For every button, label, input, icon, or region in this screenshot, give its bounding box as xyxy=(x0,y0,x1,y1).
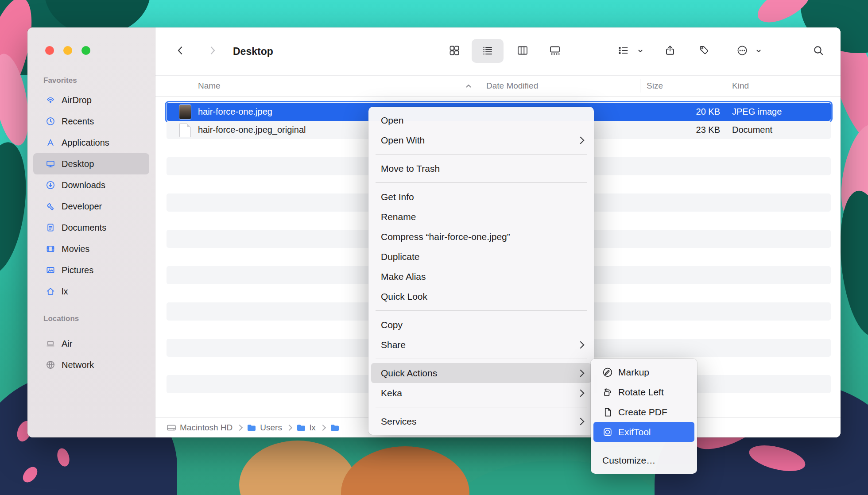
sidebar-item-pictures[interactable]: Pictures xyxy=(33,259,149,281)
context-menu-item-get-info[interactable]: Get Info xyxy=(371,187,591,207)
exiftool-icon xyxy=(602,427,613,437)
column-header-date-modified[interactable]: Date Modified xyxy=(486,76,538,96)
submenu-item-label: Rotate Left xyxy=(618,387,664,398)
path-item-lx[interactable]: lx xyxy=(296,423,316,433)
column-view-button[interactable] xyxy=(517,45,528,56)
forward-button[interactable] xyxy=(207,45,218,56)
context-menu-item-duplicate[interactable]: Duplicate xyxy=(371,247,591,267)
sidebar-item-label: Downloads xyxy=(62,180,105,190)
window-title: Desktop xyxy=(233,27,273,75)
menu-separator xyxy=(376,310,587,311)
submenu-item-label: Create PDF xyxy=(618,407,667,418)
sidebar: Favorites AirDrop Recents xyxy=(27,27,155,437)
menu-item-label: Duplicate xyxy=(381,251,583,262)
menu-separator xyxy=(376,154,587,155)
sidebar-item-home[interactable]: lx xyxy=(33,281,149,302)
zoom-button[interactable] xyxy=(81,46,90,55)
sidebar-item-developer[interactable]: Developer xyxy=(33,196,149,217)
context-menu-item-open-with[interactable]: Open With xyxy=(371,130,591,150)
menu-item-label: Get Info xyxy=(381,192,583,202)
search-icon[interactable] xyxy=(813,45,824,56)
sidebar-item-airdrop[interactable]: AirDrop xyxy=(33,89,149,111)
sidebar-item-desktop[interactable]: Desktop xyxy=(33,153,149,174)
menu-item-label: Services xyxy=(381,416,578,427)
context-menu-item-quick-look[interactable]: Quick Look xyxy=(371,286,591,306)
file-name: hair-force-one.jpeg xyxy=(198,107,272,117)
sidebar-item-label: AirDrop xyxy=(62,95,92,105)
context-menu-item-make-alias[interactable]: Make Alias xyxy=(371,267,591,286)
column-header-kind[interactable]: Kind xyxy=(732,76,749,96)
path-item-folder[interactable] xyxy=(330,424,340,432)
create-pdf-icon xyxy=(602,407,613,418)
submenu-chevron-icon xyxy=(577,136,585,144)
gallery-view-button[interactable] xyxy=(549,45,561,56)
airdrop-icon xyxy=(46,95,55,105)
list-view-button[interactable] xyxy=(482,45,493,56)
path-chevron-icon xyxy=(236,425,243,431)
column-divider xyxy=(482,79,482,93)
context-menu-item-open[interactable]: Open xyxy=(371,110,591,130)
sidebar-item-documents[interactable]: Documents xyxy=(33,217,149,238)
menu-item-label: Quick Look xyxy=(381,291,583,302)
context-menu-item-compress[interactable]: Compress “hair-force-one.jpeg” xyxy=(371,227,591,247)
toolbar: Desktop xyxy=(155,27,841,75)
context-menu-item-move-to-trash[interactable]: Move to Trash xyxy=(371,159,591,178)
sidebar-item-downloads[interactable]: Downloads xyxy=(33,174,149,196)
context-menu-item-services[interactable]: Services xyxy=(371,411,591,431)
context-menu: Open Open With Move to Trash Get Info Re… xyxy=(368,107,594,435)
sidebar-item-network[interactable]: Network xyxy=(33,354,149,375)
movies-icon xyxy=(46,244,55,254)
menu-separator xyxy=(376,407,587,407)
context-menu-item-copy[interactable]: Copy xyxy=(371,315,591,335)
recents-icon xyxy=(46,116,55,126)
submenu-chevron-icon xyxy=(577,389,585,397)
home-icon xyxy=(46,286,55,296)
submenu-item-label: Customize… xyxy=(602,455,655,466)
path-item-users[interactable]: Users xyxy=(247,423,282,433)
sidebar-item-applications[interactable]: Applications xyxy=(33,132,149,153)
path-chevron-icon xyxy=(320,425,326,431)
path-item-label: Macintosh HD xyxy=(180,423,232,433)
window-controls xyxy=(45,46,90,55)
favorites-section-header: Favorites xyxy=(43,76,77,85)
disk-icon xyxy=(167,423,176,432)
path-item-label: Users xyxy=(260,423,282,433)
document-icon xyxy=(179,123,191,137)
sidebar-item-recents[interactable]: Recents xyxy=(33,111,149,132)
path-item-macintosh-hd[interactable]: Macintosh HD xyxy=(167,423,232,433)
menu-item-label: Open xyxy=(381,115,583,126)
submenu-item-exiftool[interactable]: ExifTool xyxy=(593,422,694,442)
sidebar-item-movies[interactable]: Movies xyxy=(33,238,149,259)
group-button[interactable] xyxy=(617,45,629,56)
laptop-icon xyxy=(46,339,55,348)
tag-button[interactable] xyxy=(699,45,710,56)
submenu-item-rotate-left[interactable]: Rotate Left xyxy=(593,382,694,402)
close-button[interactable] xyxy=(45,46,54,55)
column-header-size[interactable]: Size xyxy=(647,76,663,96)
submenu-item-markup[interactable]: Markup xyxy=(593,362,694,382)
submenu-item-create-pdf[interactable]: Create PDF xyxy=(593,402,694,422)
submenu-item-customize[interactable]: Customize… xyxy=(593,450,694,470)
grid-view-button[interactable] xyxy=(449,45,460,56)
context-menu-item-share[interactable]: Share xyxy=(371,335,591,355)
submenu-chevron-icon xyxy=(577,369,585,377)
column-header-name[interactable]: Name xyxy=(198,76,221,96)
sidebar-item-air[interactable]: Air xyxy=(33,333,149,354)
menu-item-label: Share xyxy=(381,340,578,350)
more-button[interactable] xyxy=(736,45,748,56)
chevron-down-icon xyxy=(756,48,762,54)
sidebar-item-label: Applications xyxy=(62,138,109,148)
sidebar-item-label: Network xyxy=(62,360,94,370)
minimize-button[interactable] xyxy=(63,46,72,55)
developer-icon xyxy=(46,201,55,211)
context-menu-item-rename[interactable]: Rename xyxy=(371,207,591,227)
menu-item-label: Quick Actions xyxy=(381,368,578,379)
context-menu-item-quick-actions[interactable]: Quick Actions xyxy=(371,363,591,383)
back-button[interactable] xyxy=(174,45,186,56)
file-size: 20 KB xyxy=(696,103,720,121)
context-menu-item-keka[interactable]: Keka xyxy=(371,383,591,403)
share-button[interactable] xyxy=(664,45,676,56)
chevron-down-icon xyxy=(637,48,643,54)
menu-separator xyxy=(376,359,587,359)
sidebar-item-label: Air xyxy=(62,339,72,349)
